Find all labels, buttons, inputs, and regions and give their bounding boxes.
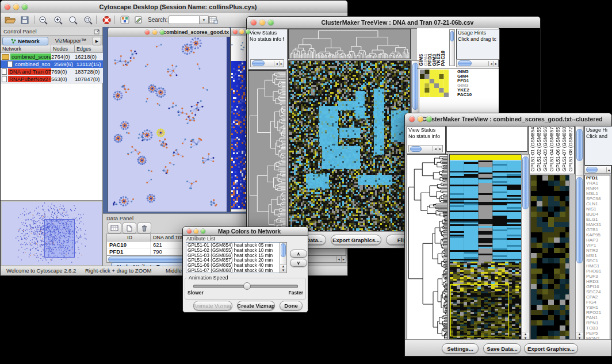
create-attribute-button[interactable] — [123, 223, 136, 233]
gene-label[interactable]: GTB1 — [586, 227, 610, 232]
row-label[interactable]: PAC10 — [457, 93, 498, 97]
attribute-browser-button[interactable] — [206, 14, 220, 25]
column-dendrogram-area[interactable] — [446, 126, 527, 152]
view-status-hscrollbar[interactable]: ◂▸ — [250, 59, 284, 67]
gene-label[interactable]: YSH1 — [586, 305, 610, 310]
main-titlebar[interactable]: Cytoscape Desktop (Session Name: collins… — [1, 1, 347, 14]
zoom-selected-button[interactable] — [66, 14, 80, 25]
scroll-right-icon[interactable]: ▸ — [341, 256, 346, 262]
search-input[interactable] — [169, 16, 200, 24]
network-view-2-titlebar[interactable] — [231, 28, 246, 36]
scroll-left-icon[interactable]: ◂ — [488, 61, 493, 66]
gene-label[interactable]: ELG1 — [586, 217, 610, 222]
gene-label[interactable]: SPC98 — [586, 196, 610, 201]
column-header-edges[interactable]: Edges — [75, 45, 103, 53]
zoom-window-button[interactable] — [22, 4, 28, 10]
minimize-button[interactable] — [259, 20, 265, 25]
attribute-list-item[interactable]: GPL51-07 (GSM868) heat shock 60 min — [186, 268, 280, 273]
heatmap-vscrollbar[interactable]: ▲▼ — [521, 154, 530, 341]
export-graphics-button[interactable]: Export Graphics... — [331, 235, 381, 245]
usage-hints-hscrollbar[interactable]: ◂▸ — [456, 59, 499, 67]
open-session-button[interactable] — [3, 14, 17, 25]
column-label[interactable]: GPL51-02 (GSM855) — [536, 126, 542, 171]
gene-label[interactable]: PHO81 — [586, 269, 610, 274]
close-button[interactable] — [187, 229, 192, 233]
gene-label[interactable]: TCB3 — [586, 325, 610, 331]
minimize-button[interactable] — [194, 229, 198, 233]
gene-label[interactable]: PEP5 — [586, 331, 610, 336]
zoom-window-button[interactable] — [160, 30, 165, 35]
network-view-titlebar[interactable]: combined_scores_good.txt--cluste... — [108, 28, 230, 37]
scrollbar-thumb[interactable] — [281, 243, 286, 257]
column-label[interactable]: GPL51-01 (GSM854) — [530, 126, 536, 171]
float-panel-icon[interactable] — [94, 29, 100, 35]
dialog-titlebar[interactable]: Map Colors to Network — [183, 227, 308, 236]
zoom-out-button[interactable] — [36, 14, 50, 25]
column-label[interactable]: GPL51-06 (GSM865) — [555, 126, 561, 171]
scrollbar-thumb[interactable] — [576, 177, 583, 263]
zoom-fit-button[interactable] — [81, 14, 95, 25]
help-button[interactable] — [100, 14, 113, 25]
gene-label[interactable]: PUF3 — [586, 274, 610, 279]
column-header-nodes[interactable]: Nodes — [51, 45, 75, 53]
scrollbar-thumb[interactable] — [522, 156, 529, 209]
network-table-row[interactable]: DNA and Tran 07 769(0) 183728(0) — [1, 68, 103, 75]
vizmapper-button[interactable] — [118, 14, 132, 25]
scroll-right-icon[interactable]: ▸ — [494, 61, 498, 66]
settings-button[interactable]: Settings... — [442, 343, 479, 354]
zoom-window-button[interactable] — [268, 20, 274, 25]
scrollbar-thumb[interactable] — [412, 63, 418, 110]
minimize-button[interactable] — [418, 116, 423, 122]
column-label[interactable]: GPL51-04 (GSM857) — [549, 126, 555, 171]
network-table-row[interactable]: combined_scores 2764(0) 16218(0) — [1, 53, 103, 60]
close-button[interactable] — [233, 29, 238, 34]
gene-label[interactable]: CLN1 — [586, 201, 610, 206]
scroll-left-icon[interactable]: ◂ — [336, 256, 341, 262]
gene-label[interactable]: FIG4 — [586, 300, 610, 305]
gene-label[interactable]: MSI1 — [586, 253, 610, 258]
zoom-window-button[interactable] — [246, 29, 250, 34]
save-session-button[interactable] — [18, 14, 32, 25]
gene-label[interactable]: VIP1 — [586, 243, 610, 248]
gene-label[interactable]: MAK31 — [586, 222, 610, 227]
network-table-row-selected[interactable]: combined_sco 2569(6) 13112(15) — [1, 60, 103, 68]
gene-label[interactable]: RNR4 — [586, 186, 610, 191]
gene-label[interactable]: CPA2 — [586, 294, 610, 300]
done-button[interactable]: Done — [280, 301, 303, 311]
zoom-vscrollbar[interactable]: ▲▼ — [575, 175, 584, 341]
labels-vscrollbar[interactable] — [575, 126, 584, 175]
row-dendrogram-canvas[interactable] — [407, 154, 448, 341]
network-overview-canvas[interactable] — [2, 202, 102, 265]
scroll-left-icon[interactable]: ◂ — [606, 167, 611, 173]
zoom-window-button[interactable] — [201, 229, 205, 233]
close-button[interactable] — [5, 4, 10, 10]
treeview2-titlebar[interactable]: ClusterMaker TreeView : combined_scores_… — [405, 113, 611, 125]
column-label[interactable]: PAC10 — [441, 51, 446, 66]
gene-label[interactable]: KAP95 — [586, 232, 610, 237]
tab-vizmapper[interactable]: VizMapper™ — [50, 37, 91, 44]
close-button[interactable] — [409, 116, 415, 122]
gene-label[interactable]: MSL1 — [586, 191, 610, 196]
network-canvas[interactable] — [108, 37, 227, 212]
view-status-hscrollbar[interactable]: ◂▸ — [408, 145, 443, 152]
zoom-heatmap-canvas[interactable] — [420, 70, 449, 97]
treeview1-titlebar[interactable]: ClusterMaker TreeView : DNA and Tran 07-… — [247, 17, 540, 29]
gene-label[interactable]: HMG1 — [586, 263, 610, 269]
tab-network[interactable]: Network — [2, 37, 48, 45]
gene-label[interactable]: PFD1 — [586, 175, 610, 181]
close-button[interactable] — [251, 20, 257, 25]
column-dendrogram-canvas[interactable] — [288, 29, 411, 59]
gene-label[interactable]: NIS1 — [586, 206, 610, 212]
scrollbar-thumb[interactable] — [576, 129, 583, 161]
minimize-button[interactable] — [239, 29, 244, 34]
gene-label[interactable]: PAN1 — [586, 315, 610, 320]
gene-label[interactable]: HAP3 — [586, 237, 610, 243]
zoom-window-button[interactable] — [426, 116, 432, 122]
dense-network-canvas[interactable] — [231, 36, 246, 212]
slider-thumb[interactable] — [243, 282, 251, 290]
animation-speed-slider[interactable] — [193, 285, 298, 288]
tab-overflow-button[interactable]: ▶ — [93, 37, 101, 45]
scroll-right-icon[interactable]: ▸ — [279, 61, 284, 66]
delete-attribute-button[interactable] — [137, 223, 151, 233]
close-button[interactable] — [145, 30, 150, 35]
